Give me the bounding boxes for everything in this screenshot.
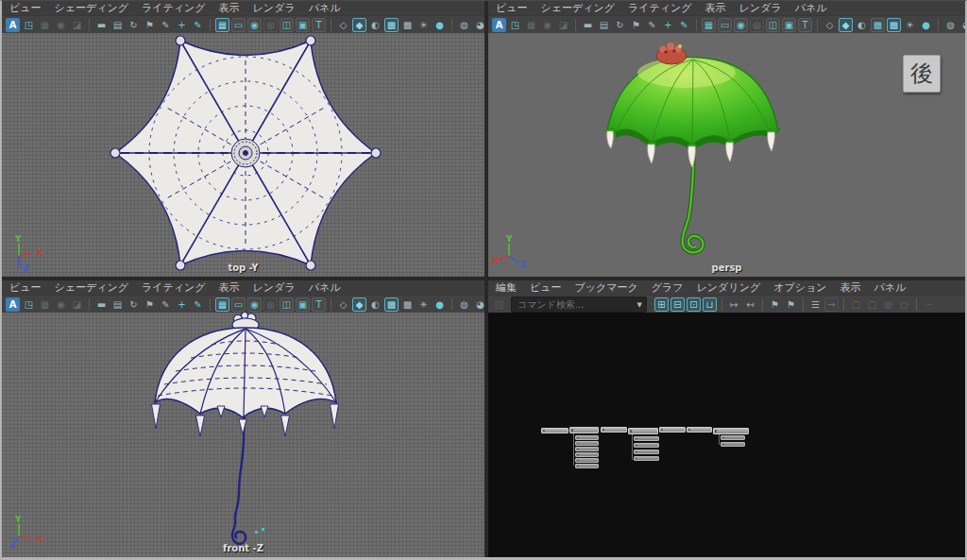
menu-item-4[interactable]: レンダラ [253, 280, 296, 295]
bookmark-icon[interactable]: ⚑ [143, 297, 157, 312]
node-attribute-row[interactable] [721, 442, 745, 447]
lighting-icon[interactable]: ☀ [416, 297, 431, 312]
command-search-input[interactable] [516, 298, 635, 311]
grid-toggle-icon[interactable]: ▦ [215, 297, 229, 312]
menu-item-0[interactable]: ビュー [9, 1, 42, 15]
graph-direction-icon[interactable]: → [824, 297, 839, 312]
lasso-select-icon[interactable]: ▦ [38, 18, 52, 32]
node-bar[interactable] [687, 427, 712, 433]
motion-blur-icon[interactable]: ◕ [473, 18, 484, 32]
textured-mode-icon[interactable]: ▩ [871, 18, 885, 32]
sync-selection-icon[interactable]: ◳ [492, 297, 506, 312]
use-default-material-icon[interactable]: ▩ [400, 18, 415, 32]
camera-attributes-icon[interactable]: ▤ [597, 18, 611, 32]
hud-toggle-icon[interactable]: T [798, 18, 812, 32]
shaded-mode-icon[interactable]: ◆ [352, 297, 366, 312]
node-attribute-row[interactable] [634, 436, 659, 441]
film-gate-icon[interactable]: ▭ [231, 18, 246, 32]
paint-select-icon[interactable]: ◉ [54, 297, 68, 312]
menu-item-5[interactable]: パネル [309, 280, 341, 295]
camera-orbit-icon[interactable]: ↻ [613, 18, 627, 32]
menu-item-2[interactable]: ライティング [628, 1, 692, 15]
image-plane-icon[interactable]: ▣ [782, 18, 796, 32]
grease-pencil-icon[interactable]: ✎ [159, 297, 173, 312]
hud-toggle-icon[interactable]: T [312, 18, 326, 32]
menu-item-5[interactable]: オプション [773, 280, 826, 295]
annotate-icon[interactable]: ✎ [191, 18, 205, 32]
pan-zoom-icon[interactable]: + [661, 18, 675, 32]
grease-pencil-icon[interactable]: ✎ [645, 18, 659, 32]
resolution-gate-icon[interactable]: ◉ [734, 18, 748, 32]
node-attribute-row[interactable] [634, 450, 659, 454]
soft-select-icon[interactable]: ◪ [556, 18, 570, 32]
marquee-select-icon[interactable]: ◳ [508, 18, 522, 32]
pan-zoom-icon[interactable]: + [175, 297, 189, 312]
lasso-select-icon[interactable]: ▦ [38, 297, 52, 312]
node-editor-viewport[interactable] [488, 313, 965, 557]
menu-item-0[interactable]: ビュー [496, 1, 528, 15]
node-bar[interactable] [713, 428, 749, 434]
pan-zoom-icon[interactable]: + [175, 18, 189, 32]
annotate-icon[interactable]: ✎ [677, 18, 691, 32]
ambient-occlusion-icon[interactable]: ◍ [457, 297, 471, 312]
grid-toggle-icon[interactable]: ▦ [215, 18, 229, 32]
textured-mode-icon[interactable]: ▩ [384, 18, 399, 32]
node-attribute-row[interactable] [634, 443, 659, 448]
shaded-mode-icon[interactable]: ◆ [352, 18, 366, 32]
shaded-mode-icon[interactable]: ◆ [839, 18, 853, 32]
node-attribute-row[interactable] [575, 458, 599, 463]
shadows-icon[interactable]: ● [433, 18, 447, 32]
shadows-icon[interactable]: ● [919, 18, 933, 32]
persp-viewport[interactable]: 後 Y X Z persp [488, 33, 965, 277]
lighting-icon[interactable]: ☀ [903, 18, 917, 32]
menu-item-2[interactable]: ライティング [142, 1, 206, 15]
hud-toggle-icon[interactable]: T [312, 297, 326, 312]
resolution-gate-icon[interactable]: ◉ [247, 297, 262, 312]
show-output-connections-icon[interactable]: ↤ [743, 297, 757, 312]
node-view-simple-icon[interactable]: ⊞ [654, 297, 669, 312]
wireframe-on-shaded-icon[interactable]: ◐ [855, 18, 869, 32]
menu-item-1[interactable]: シェーディング [55, 1, 129, 15]
image-plane-icon[interactable]: ▣ [296, 18, 310, 32]
node-attribute-row[interactable] [575, 441, 599, 446]
resolution-gate-icon[interactable]: ◉ [247, 18, 262, 32]
bookmark-icon[interactable]: ⚑ [629, 18, 643, 32]
menu-item-6[interactable]: 表示 [840, 280, 860, 295]
front-view-viewport[interactable]: Y X Z front -Z [2, 313, 484, 557]
menu-item-4[interactable]: レンダラ [739, 1, 782, 15]
node-attribute-row[interactable] [575, 435, 599, 440]
node-view-connected-icon[interactable]: ⊡ [687, 297, 701, 312]
film-gate-icon[interactable]: ▭ [231, 297, 246, 312]
ambient-occlusion-icon[interactable]: ◍ [457, 18, 471, 32]
shadows-icon[interactable]: ● [433, 297, 447, 312]
top-view-viewport[interactable]: Y X Z top -Y [2, 33, 484, 277]
menu-item-0[interactable]: ビュー [9, 280, 42, 295]
node-view-collapsed-icon[interactable]: ⊟ [670, 297, 685, 312]
wireframe-on-shaded-icon[interactable]: ◐ [368, 18, 382, 32]
pin-all-icon[interactable]: ▢ [849, 297, 863, 312]
node-attribute-row[interactable] [575, 452, 599, 457]
camera-icon[interactable]: ▬ [581, 18, 595, 32]
menu-item-3[interactable]: 表示 [219, 280, 240, 295]
annotate-icon[interactable]: ✎ [191, 297, 205, 312]
marquee-select-icon[interactable]: ◳ [22, 18, 36, 32]
node-bar[interactable] [569, 427, 599, 433]
menu-item-4[interactable]: レンダラ [253, 1, 296, 15]
select-by-name-icon[interactable]: A [492, 18, 506, 32]
node-bar[interactable] [541, 428, 568, 433]
command-search-box[interactable]: ▼ [511, 297, 647, 313]
bookmark-icon[interactable]: ⚑ [143, 18, 157, 32]
node-attribute-row[interactable] [575, 447, 599, 451]
node-bar[interactable] [628, 428, 658, 434]
frame-selection-icon[interactable]: ◎ [881, 297, 895, 312]
field-chart-icon[interactable]: ◫ [280, 18, 294, 32]
grease-pencil-icon[interactable]: ✎ [159, 18, 173, 32]
node-view-custom-icon[interactable]: ⊔ [703, 297, 717, 312]
soft-select-icon[interactable]: ◪ [70, 18, 84, 32]
field-chart-icon[interactable]: ◫ [280, 297, 294, 312]
use-default-material-icon[interactable]: ▩ [887, 18, 901, 32]
node-attribute-row[interactable] [634, 456, 659, 461]
motion-blur-icon[interactable]: ◕ [959, 18, 965, 32]
edit-bookmark-icon[interactable]: ⚑ [784, 297, 798, 312]
marquee-select-icon[interactable]: ◳ [22, 297, 36, 312]
